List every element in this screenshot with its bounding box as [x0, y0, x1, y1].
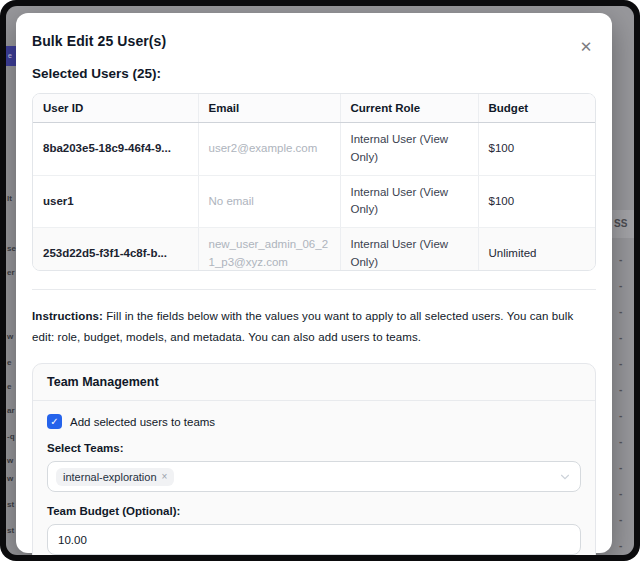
backdrop-column-header-fragment: SS [614, 218, 627, 229]
backdrop-dash-fragment: - [619, 410, 622, 421]
instructions-text: Instructions: Fill in the fields below w… [32, 306, 596, 347]
selected-users-table-scroll[interactable]: User ID Email Current Role Budget 8ba203… [32, 93, 596, 271]
cell-role: Internal User (View Only) [340, 123, 478, 176]
cell-uid: 253d22d5-f3f1-4c8f-b... [33, 228, 198, 271]
selected-users-table: User ID Email Current Role Budget 8ba203… [33, 94, 596, 271]
cell-role: Internal User (View Only) [340, 175, 478, 228]
backdrop-text-fragment: se [7, 244, 16, 253]
backdrop-right-strip: SS ------------ [610, 6, 634, 555]
backdrop-dash-fragment: - [619, 436, 622, 447]
table-row: 8ba203e5-18c9-46f4-9...user2@example.com… [33, 123, 596, 176]
backdrop-dash-fragment: - [619, 332, 622, 343]
backdrop-text-fragment: st [7, 500, 14, 509]
backdrop-text-fragment: w [7, 456, 13, 465]
backdrop-dash-fragment: - [619, 254, 622, 265]
team-tag: internal-exploration× [56, 468, 174, 486]
backdrop-dash-fragment: - [619, 540, 622, 551]
selected-users-heading: Selected Users (25): [32, 66, 596, 81]
backdrop-dash-fragment: - [619, 462, 622, 473]
backdrop-text-fragment: lt [7, 194, 12, 203]
col-header-email: Email [198, 94, 340, 123]
cell-budget: $100 [478, 123, 596, 176]
add-users-checkbox[interactable]: ✓ [47, 414, 62, 429]
backdrop-text-fragment: e [7, 382, 11, 391]
backdrop-left-strip: e ltseerweear-qwwstst [6, 6, 16, 555]
cell-email: No email [198, 175, 340, 228]
bulk-edit-modal: ✕ Bulk Edit 25 User(s) Selected Users (2… [16, 13, 612, 553]
teams-multiselect[interactable]: internal-exploration× [47, 461, 581, 492]
cell-uid: user1 [33, 175, 198, 228]
table-header-row: User ID Email Current Role Budget [33, 94, 596, 123]
cell-email: new_user_admin_06_21_p3@xyz.com [198, 228, 340, 271]
cell-budget: $100 [478, 175, 596, 228]
backdrop-highlighted-item: e [6, 46, 16, 66]
backdrop-dash-fragment: - [619, 514, 622, 525]
backdrop-text-fragment: e [7, 358, 11, 367]
chevron-down-icon [558, 470, 572, 484]
add-users-checkbox-label: Add selected users to teams [70, 416, 215, 428]
select-teams-label: Select Teams: [47, 442, 581, 454]
cell-budget: Unlimited [478, 228, 596, 271]
col-header-budget: Budget [478, 94, 596, 123]
modal-title: Bulk Edit 25 User(s) [32, 33, 596, 49]
backdrop-text-fragment: -q [7, 432, 15, 441]
section-divider [32, 289, 596, 290]
cell-email: user2@example.com [198, 123, 340, 176]
cell-role: Internal User (View Only) [340, 228, 478, 271]
backdrop-text-fragment: w [7, 474, 13, 483]
team-management-heading: Team Management [33, 364, 595, 401]
backdrop-dash-fragment: - [619, 306, 622, 317]
team-budget-label: Team Budget (Optional): [47, 505, 581, 517]
instructions-label: Instructions: [32, 310, 103, 322]
table-row: user1No emailInternal User (View Only)$1… [33, 175, 596, 228]
col-header-user-id: User ID [33, 94, 198, 123]
team-tag-remove-icon[interactable]: × [162, 471, 168, 482]
team-management-card: Team Management ✓ Add selected users to … [32, 363, 596, 555]
backdrop-dash-fragment: - [619, 358, 622, 369]
backdrop-text-fragment: er [7, 268, 15, 277]
col-header-current-role: Current Role [340, 94, 478, 123]
dimmed-page-backdrop: e ltseerweear-qwwstst SS ------------ ✕ … [6, 6, 634, 555]
cell-uid: 8ba203e5-18c9-46f4-9... [33, 123, 198, 176]
team-budget-input[interactable] [47, 524, 581, 555]
close-icon[interactable]: ✕ [576, 37, 596, 57]
team-tag-label: internal-exploration [63, 471, 157, 483]
backdrop-dash-fragment: - [619, 488, 622, 499]
window-frame: e ltseerweear-qwwstst SS ------------ ✕ … [0, 0, 640, 561]
backdrop-dash-fragment: - [619, 384, 622, 395]
backdrop-dash-fragment: - [619, 280, 622, 291]
backdrop-text-fragment: ar [7, 406, 15, 415]
table-row: 253d22d5-f3f1-4c8f-b...new_user_admin_06… [33, 228, 596, 271]
backdrop-text-fragment: w [7, 332, 13, 341]
backdrop-text-fragment: st [7, 526, 14, 535]
